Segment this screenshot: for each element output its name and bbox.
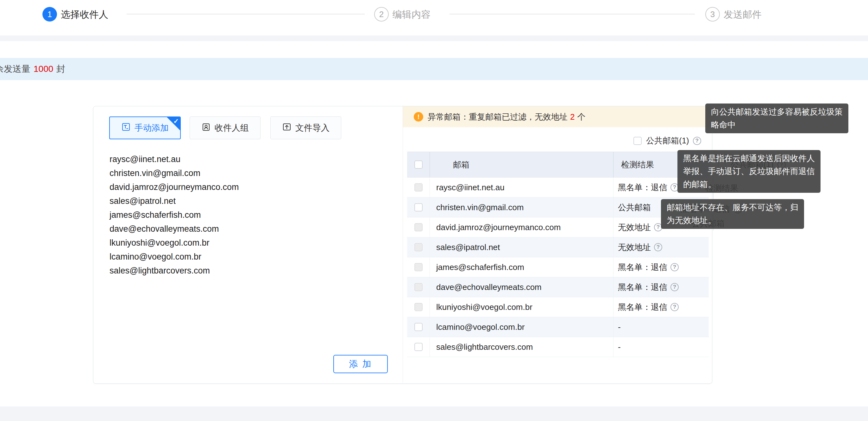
email-line: sales@lightbarcovers.com [110, 264, 239, 278]
step-1-number: 1 [48, 9, 52, 19]
email-line: lkuniyoshi@voegol.com.br [110, 236, 239, 250]
help-icon[interactable]: ? [671, 303, 679, 311]
row-email: lcamino@voegol.com.br [430, 317, 614, 337]
email-line: raysc@iinet.net.au [110, 152, 239, 166]
public-mailbox-checkbox[interactable] [633, 137, 642, 145]
tab-file-import[interactable]: 文件导入 [270, 117, 341, 139]
email-line: lcamino@voegol.com.br [110, 250, 239, 264]
tab-manual-add-label: 手动添加 [134, 122, 169, 133]
step-2-label: 编辑内容 [393, 9, 431, 20]
email-line: christen.vin@gmail.com [110, 166, 239, 180]
table-row: sales@lightbarcovers.com -? [407, 337, 709, 357]
invalid-address-tooltip: 邮箱地址不存在、服务不可达等，归 为无效地址。 [661, 199, 804, 229]
row-checkbox [414, 223, 423, 231]
quota-label: 剩余发送量 [0, 63, 30, 75]
quota-unit: 封 [56, 63, 65, 75]
row-email: sales@ipatrol.net [430, 237, 614, 257]
row-email: raysc@iinet.net.au [430, 178, 614, 197]
step-1-circle: 1 [42, 7, 57, 22]
table-row: dave@echovalleymeats.com 黑名单：退信? [407, 277, 709, 297]
row-checkbox[interactable] [414, 323, 423, 331]
warning-count: 2 [570, 112, 575, 122]
table-row: lcamino@voegol.com.br -? [407, 317, 709, 337]
tab-recipient-group[interactable]: 收件人组 [190, 117, 260, 139]
tab-recipient-group-label: 收件人组 [215, 122, 249, 133]
recipient-input-pane: 手动添加 ✓ 收件人组 文件导入 [93, 107, 403, 383]
step-connector-1 [127, 13, 365, 14]
add-button[interactable]: 添 加 [333, 355, 388, 373]
row-checkbox [414, 283, 423, 291]
help-icon[interactable]: ? [671, 263, 679, 271]
check-icon: ✓ [173, 117, 179, 125]
public-mailbox-label: 公共邮箱(1) [646, 135, 689, 146]
detection-result-pane: ! 异常邮箱：重复邮箱已过滤，无效地址 2 个 公共邮箱(1) ? 邮箱 检测结… [403, 107, 712, 383]
table-header-row: 邮箱 检测结果 [407, 152, 709, 178]
recipient-card: 手动添加 ✓ 收件人组 文件导入 [93, 106, 712, 384]
warning-text: 异常邮箱：重复邮箱已过滤，无效地址 [428, 112, 567, 122]
bottom-divider-strip [0, 407, 868, 421]
step-2-number: 2 [379, 9, 384, 19]
table-row: sales@ipatrol.net 无效地址? [407, 237, 709, 257]
select-all-checkbox[interactable] [414, 160, 423, 169]
column-header-email: 邮箱 [430, 152, 614, 177]
row-checkbox[interactable] [414, 203, 423, 211]
help-icon[interactable]: ? [654, 243, 662, 251]
row-result: 黑名单：退信 [618, 182, 667, 193]
email-line: dave@echovalleymeats.com [110, 222, 239, 236]
row-result: 黑名单：退信 [618, 262, 667, 273]
email-input-area[interactable]: raysc@iinet.net.au christen.vin@gmail.co… [110, 152, 239, 278]
row-email: david.jamroz@journeymanco.com [430, 217, 614, 237]
row-result: 公共邮箱 [618, 202, 651, 213]
quota-text: 剩余发送量 1000 封 [0, 58, 65, 80]
blacklist-tooltip: 黑名单是指在云邮通发送后因收件人 举报、手动退订、反垃圾邮件而退信 的邮箱。 [677, 150, 820, 193]
step-3-circle: 3 [705, 7, 720, 22]
step-3-number: 3 [710, 9, 715, 19]
table-row: raysc@iinet.net.au 黑名单：退信? [407, 178, 709, 198]
public-mailbox-help-icon[interactable]: ? [693, 137, 701, 145]
row-result: - [618, 342, 621, 352]
step-2-circle: 2 [374, 7, 389, 22]
email-line: sales@ipatrol.net [110, 194, 239, 208]
email-line: david.jamroz@journeymanco.com [110, 180, 239, 194]
manual-add-icon [121, 122, 131, 134]
tab-manual-add[interactable]: 手动添加 ✓ [109, 117, 181, 139]
quota-value: 1000 [34, 64, 53, 74]
warning-icon: ! [414, 112, 423, 122]
row-email: james@schaferfish.com [430, 257, 614, 277]
help-icon[interactable]: ? [671, 283, 679, 291]
row-email: sales@lightbarcovers.com [430, 337, 614, 357]
public-mailbox-filter: 公共邮箱(1) ? [633, 135, 701, 146]
row-checkbox [414, 263, 423, 271]
row-result: 黑名单：退信 [618, 282, 667, 293]
row-checkbox[interactable] [414, 343, 423, 351]
row-email: christen.vin@gmail.com [430, 198, 614, 217]
row-email: dave@echovalleymeats.com [430, 277, 614, 297]
step-3-label: 发送邮件 [724, 9, 762, 20]
row-result: 黑名单：退信 [618, 302, 667, 313]
email-line: james@schaferfish.com [110, 208, 239, 222]
row-checkbox [414, 183, 423, 191]
row-result: 无效地址 [618, 242, 651, 253]
row-result: 无效地址 [618, 222, 651, 233]
file-import-icon [282, 122, 291, 134]
quota-bar: 剩余发送量 1000 封 [0, 58, 868, 80]
row-result: - [618, 322, 621, 332]
recipient-group-icon [201, 122, 211, 134]
warning-bar: ! 异常邮箱：重复邮箱已过滤，无效地址 2 个 [403, 107, 712, 127]
detection-table: 邮箱 检测结果 raysc@iinet.net.au 黑名单：退信? chris… [407, 152, 709, 357]
top-divider-strip [0, 35, 868, 41]
row-checkbox [414, 243, 423, 251]
tab-file-import-label: 文件导入 [296, 122, 330, 133]
row-email: lkuniyoshi@voegol.com.br [430, 297, 614, 317]
step-connector-2 [450, 13, 695, 14]
row-checkbox [414, 303, 423, 311]
step-1-label: 选择收件人 [61, 9, 108, 20]
table-row: lkuniyoshi@voegol.com.br 黑名单：退信? [407, 297, 709, 317]
table-row: james@schaferfish.com 黑名单：退信? [407, 257, 709, 277]
header-checkbox-cell [407, 152, 430, 177]
warning-unit: 个 [577, 112, 585, 122]
public-mailbox-tooltip: 向公共邮箱发送过多容易被反垃圾策 略命中 [705, 103, 848, 133]
